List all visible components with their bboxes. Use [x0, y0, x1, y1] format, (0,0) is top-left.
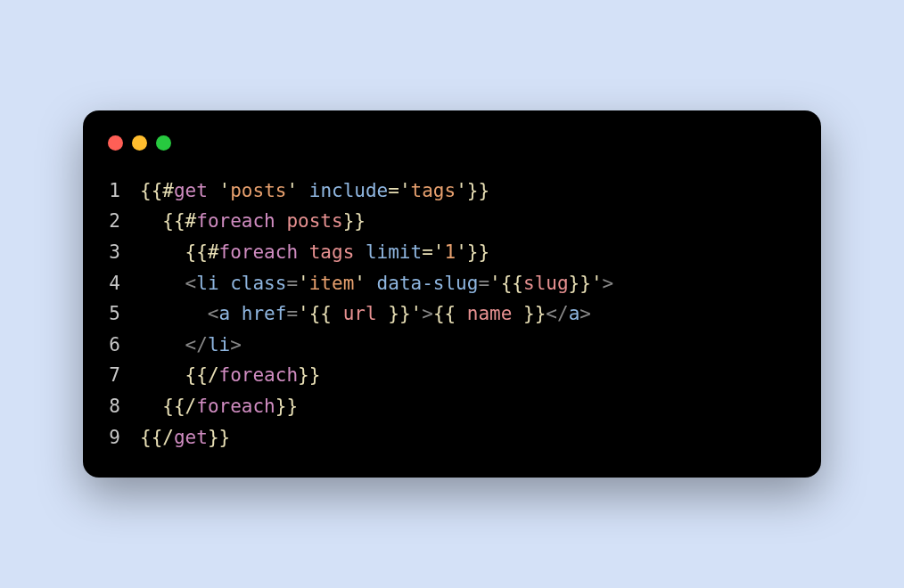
token: }}: [388, 303, 410, 324]
token: [366, 273, 377, 294]
line-content: <a href='{{ url }}'>{{ name }}</a>: [140, 298, 800, 330]
token: =: [388, 180, 399, 201]
token: ': [591, 273, 603, 294]
token: [275, 210, 287, 232]
close-icon[interactable]: [108, 135, 123, 151]
token: {{: [162, 210, 185, 232]
token: foreach: [219, 364, 299, 386]
token: posts: [286, 210, 342, 232]
code-line: 5 <a href='{{ url }}'>{{ name }}</a>: [104, 298, 800, 330]
token: }}: [467, 241, 489, 263]
token: name: [467, 303, 513, 324]
token: ': [433, 241, 445, 263]
line-content: {{#get 'posts' include='tags'}}: [140, 176, 800, 207]
token: }}: [343, 210, 366, 232]
token: {{: [433, 303, 456, 324]
token: [230, 303, 242, 324]
code-line: 8 {{/foreach}}: [104, 391, 800, 422]
token: 1: [444, 241, 456, 263]
token: foreach: [196, 396, 275, 417]
token: {{: [185, 364, 208, 386]
token: ': [456, 241, 467, 263]
token: }}: [208, 427, 230, 448]
token: #: [185, 210, 197, 232]
line-content: {{/foreach}}: [140, 391, 800, 422]
token: ': [399, 180, 411, 201]
token: {{: [185, 241, 208, 263]
token: tags: [309, 241, 355, 263]
code-line: 4 <li class='item' data-slug='{{slug}}'>: [104, 268, 800, 299]
token: [332, 303, 343, 324]
line-number: 3: [104, 237, 140, 268]
token: {{: [140, 180, 162, 201]
token: }}: [298, 364, 320, 386]
token: a: [569, 303, 580, 324]
line-number: 9: [104, 422, 140, 453]
token: /: [185, 396, 197, 417]
token: #: [162, 180, 174, 201]
token: <: [208, 303, 219, 324]
token: </: [546, 303, 568, 324]
token: [512, 303, 523, 324]
token: ': [219, 180, 231, 201]
token: }}: [275, 396, 298, 417]
token: #: [208, 241, 219, 263]
code-block: 1{{#get 'posts' include='tags'}}2 {{#for…: [104, 176, 800, 453]
token: /: [162, 427, 174, 448]
token: data-slug: [377, 273, 479, 294]
token: slug: [523, 273, 569, 294]
token: {{: [501, 273, 523, 294]
code-line: 1{{#get 'posts' include='tags'}}: [104, 176, 800, 207]
token: posts: [230, 180, 286, 201]
token: ': [456, 180, 467, 201]
line-number: 6: [104, 330, 140, 361]
token: [298, 241, 309, 263]
token: class: [230, 273, 286, 294]
line-number: 2: [104, 206, 140, 237]
code-line: 9{{/get}}: [104, 422, 800, 453]
line-number: 8: [104, 391, 140, 422]
token: =: [286, 303, 298, 324]
line-content: <li class='item' data-slug='{{slug}}'>: [140, 268, 800, 299]
token: [298, 180, 309, 201]
token: ': [298, 303, 309, 324]
token: li: [196, 273, 218, 294]
code-line: 2 {{#foreach posts}}: [104, 206, 800, 237]
token: =: [422, 241, 433, 263]
token: {{: [140, 427, 162, 448]
code-line: 6 </li>: [104, 330, 800, 361]
token: ': [411, 303, 423, 324]
token: <: [185, 273, 197, 294]
token: [456, 303, 467, 324]
token: [377, 303, 389, 324]
token: }}: [523, 303, 546, 324]
token: </: [185, 334, 208, 355]
token: foreach: [219, 241, 299, 263]
token: get: [174, 427, 208, 448]
code-line: 7 {{/foreach}}: [104, 360, 800, 391]
maximize-icon[interactable]: [156, 135, 171, 151]
code-window: 1{{#get 'posts' include='tags'}}2 {{#for…: [83, 110, 821, 478]
token: ': [286, 180, 298, 201]
token: {{: [309, 303, 332, 324]
token: tags: [411, 180, 456, 201]
token: href: [242, 303, 287, 324]
token: >: [230, 334, 242, 355]
token: item: [309, 273, 355, 294]
token: /: [208, 364, 219, 386]
line-content: {{#foreach posts}}: [140, 206, 800, 237]
line-number: 1: [104, 176, 140, 207]
token: =: [478, 273, 489, 294]
token: get: [174, 180, 208, 201]
window-titlebar: [104, 135, 800, 151]
line-content: {{#foreach tags limit='1'}}: [140, 237, 800, 268]
line-number: 5: [104, 298, 140, 330]
token: ': [489, 273, 501, 294]
token: ': [354, 273, 366, 294]
token: }}: [467, 180, 489, 201]
token: =: [286, 273, 298, 294]
line-content: {{/foreach}}: [140, 360, 800, 391]
token: }}: [569, 273, 591, 294]
token: include: [309, 180, 389, 201]
minimize-icon[interactable]: [132, 135, 147, 151]
